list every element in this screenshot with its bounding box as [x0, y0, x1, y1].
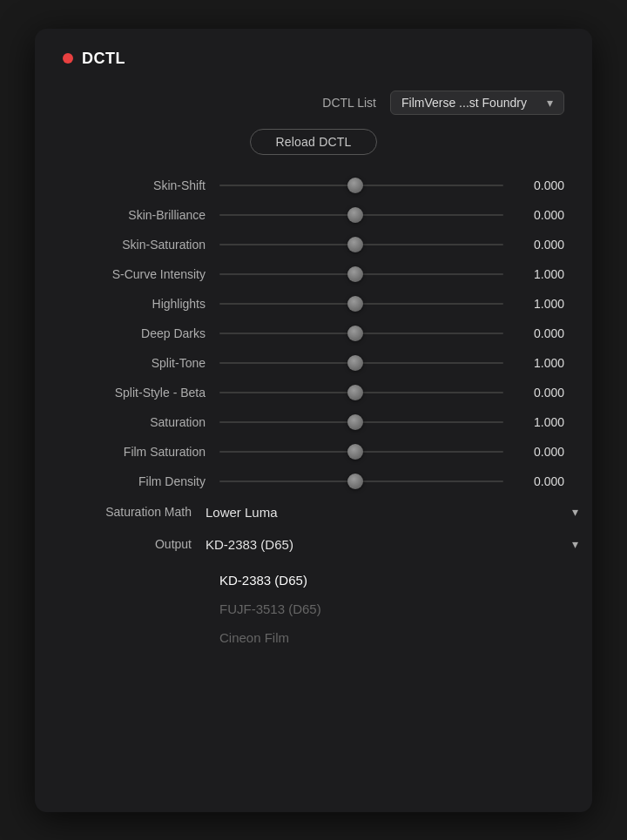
- param-track-7[interactable]: [219, 392, 503, 393]
- dctl-list-dropdown[interactable]: FilmVerse ...st Foundry ▾: [390, 91, 564, 115]
- param-value-0: 0.000: [503, 178, 564, 192]
- param-row: Skin-Brilliance 0.000: [49, 200, 578, 230]
- param-knob-8[interactable]: [347, 414, 363, 430]
- panel-title: DCTL: [82, 50, 125, 68]
- param-label-6: Split-Tone: [63, 356, 219, 370]
- param-row: Film Saturation 0.000: [49, 437, 578, 467]
- param-row: Split-Tone 1.000: [49, 348, 578, 378]
- param-track-8[interactable]: [219, 421, 503, 423]
- param-label-4: Highlights: [63, 297, 219, 311]
- dctl-panel: DCTL DCTL List FilmVerse ...st Foundry ▾…: [35, 29, 592, 812]
- param-label-7: Split-Style - Beta: [63, 386, 219, 400]
- reload-dctl-button[interactable]: Reload DCTL: [250, 129, 376, 155]
- param-knob-1[interactable]: [347, 207, 363, 223]
- param-row: Skin-Shift 0.000: [49, 171, 578, 200]
- param-knob-6[interactable]: [347, 355, 363, 371]
- param-value-7: 0.000: [503, 386, 564, 400]
- param-value-9: 0.000: [503, 445, 564, 459]
- saturation-math-row: Saturation Math Lower Luma ▾: [35, 496, 592, 528]
- output-chevron[interactable]: ▾: [572, 537, 578, 551]
- param-knob-3[interactable]: [347, 266, 363, 282]
- param-track-9[interactable]: [219, 451, 503, 453]
- param-value-1: 0.000: [503, 208, 564, 222]
- dropdown-item-1[interactable]: FUJF-3513 (D65): [219, 595, 578, 623]
- param-value-6: 1.000: [503, 356, 564, 370]
- saturation-math-label: Saturation Math: [49, 505, 206, 519]
- param-track-4[interactable]: [219, 303, 503, 305]
- dctl-list-row: DCTL List FilmVerse ...st Foundry ▾: [35, 85, 592, 120]
- output-value: KD-2383 (D65): [206, 537, 572, 552]
- reload-row: Reload DCTL: [35, 120, 592, 171]
- red-dot-indicator: [63, 53, 73, 64]
- param-row: Highlights 1.000: [49, 289, 578, 319]
- param-track-2[interactable]: [219, 244, 503, 245]
- dropdown-item-2[interactable]: Cineon Film: [219, 623, 578, 652]
- param-knob-7[interactable]: [347, 385, 363, 400]
- saturation-math-value: Lower Luma: [206, 505, 572, 520]
- saturation-math-chevron[interactable]: ▾: [572, 505, 578, 519]
- param-value-2: 0.000: [503, 238, 564, 252]
- param-knob-4[interactable]: [347, 296, 363, 312]
- param-label-3: S-Curve Intensity: [63, 267, 219, 281]
- param-track-5[interactable]: [219, 333, 503, 334]
- output-row: Output KD-2383 (D65) ▾: [35, 528, 592, 561]
- param-track-3[interactable]: [219, 273, 503, 275]
- panel-header: DCTL: [35, 50, 592, 85]
- param-row: S-Curve Intensity 1.000: [49, 259, 578, 289]
- param-row: Skin-Saturation 0.000: [49, 230, 578, 259]
- param-label-9: Film Saturation: [63, 445, 219, 459]
- param-label-0: Skin-Shift: [63, 178, 219, 192]
- dctl-list-label: DCTL List: [289, 96, 376, 110]
- param-knob-5[interactable]: [347, 326, 363, 341]
- param-row: Deep Darks 0.000: [49, 319, 578, 348]
- param-label-5: Deep Darks: [63, 326, 219, 340]
- dropdown-item-0[interactable]: KD-2383 (D65): [219, 566, 578, 595]
- param-label-1: Skin-Brilliance: [63, 208, 219, 222]
- param-value-4: 1.000: [503, 297, 564, 311]
- output-dropdown-list: KD-2383 (D65)FUJF-3513 (D65)Cineon Film: [206, 566, 592, 652]
- dctl-list-chevron: ▾: [547, 96, 553, 110]
- param-row: Split-Style - Beta 0.000: [49, 378, 578, 407]
- param-value-10: 0.000: [503, 474, 564, 488]
- param-value-5: 0.000: [503, 326, 564, 340]
- output-label: Output: [49, 537, 206, 551]
- param-knob-9[interactable]: [347, 444, 363, 460]
- param-track-6[interactable]: [219, 362, 503, 364]
- param-knob-10[interactable]: [347, 474, 363, 489]
- param-knob-2[interactable]: [347, 237, 363, 252]
- param-label-2: Skin-Saturation: [63, 238, 219, 252]
- param-value-3: 1.000: [503, 267, 564, 281]
- param-track-1[interactable]: [219, 214, 503, 216]
- param-track-0[interactable]: [219, 185, 503, 186]
- param-knob-0[interactable]: [347, 178, 363, 193]
- param-label-8: Saturation: [63, 415, 219, 429]
- param-track-10[interactable]: [219, 480, 503, 482]
- param-label-10: Film Density: [63, 474, 219, 488]
- dctl-list-value: FilmVerse ...st Foundry: [401, 96, 527, 110]
- param-row: Film Density 0.000: [49, 467, 578, 496]
- param-row: Saturation 1.000: [49, 407, 578, 437]
- param-value-8: 1.000: [503, 415, 564, 429]
- params-section: Skin-Shift 0.000 Skin-Brilliance 0.000 S…: [35, 171, 592, 496]
